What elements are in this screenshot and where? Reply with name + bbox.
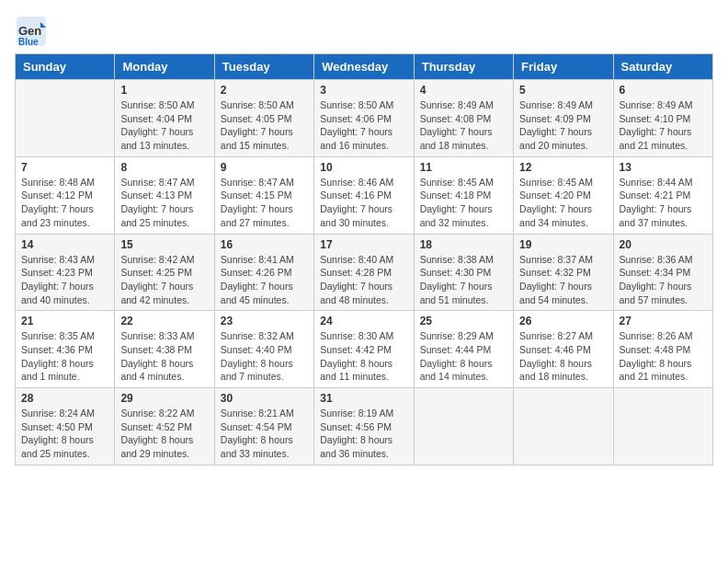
calendar-cell: 24Sunrise: 8:30 AMSunset: 4:42 PMDayligh… (314, 311, 414, 388)
day-number: 16 (221, 238, 308, 251)
day-number: 9 (221, 161, 308, 174)
day-info: Sunrise: 8:38 AMSunset: 4:30 PMDaylight:… (420, 253, 507, 307)
calendar-cell: 19Sunrise: 8:37 AMSunset: 4:32 PMDayligh… (514, 234, 613, 311)
day-number: 20 (620, 238, 707, 251)
calendar-cell: 28Sunrise: 8:24 AMSunset: 4:50 PMDayligh… (16, 388, 115, 465)
calendar-cell: 5Sunrise: 8:49 AMSunset: 4:09 PMDaylight… (514, 80, 613, 157)
day-number: 15 (120, 238, 208, 251)
weekday-header-sunday: Sunday (16, 54, 115, 80)
day-info: Sunrise: 8:41 AMSunset: 4:26 PMDaylight:… (221, 253, 308, 307)
weekday-header-friday: Friday (514, 54, 613, 80)
weekday-header-saturday: Saturday (613, 54, 712, 80)
calendar-cell: 27Sunrise: 8:26 AMSunset: 4:48 PMDayligh… (613, 311, 712, 388)
day-info: Sunrise: 8:50 AMSunset: 4:05 PMDaylight:… (221, 98, 308, 153)
day-number: 1 (120, 84, 208, 97)
day-number: 14 (21, 238, 108, 251)
page-header: Gen Blue (15, 15, 713, 48)
calendar-cell: 4Sunrise: 8:49 AMSunset: 4:08 PMDaylight… (414, 80, 513, 157)
calendar-cell: 17Sunrise: 8:40 AMSunset: 4:28 PMDayligh… (314, 234, 414, 311)
calendar-cell: 9Sunrise: 8:47 AMSunset: 4:15 PMDaylight… (214, 156, 313, 234)
day-info: Sunrise: 8:49 AMSunset: 4:08 PMDaylight:… (420, 98, 507, 153)
day-info: Sunrise: 8:50 AMSunset: 4:04 PMDaylight:… (120, 98, 208, 153)
calendar-cell: 12Sunrise: 8:45 AMSunset: 4:20 PMDayligh… (514, 156, 613, 234)
calendar-table: SundayMondayTuesdayWednesdayThursdayFrid… (15, 53, 713, 465)
calendar-cell: 2Sunrise: 8:50 AMSunset: 4:05 PMDaylight… (214, 80, 313, 157)
day-number: 30 (221, 392, 308, 405)
day-info: Sunrise: 8:33 AMSunset: 4:38 PMDaylight:… (120, 329, 208, 384)
calendar-cell (414, 388, 513, 465)
calendar-cell: 8Sunrise: 8:47 AMSunset: 4:13 PMDaylight… (115, 156, 214, 234)
calendar-cell: 29Sunrise: 8:22 AMSunset: 4:52 PMDayligh… (115, 388, 214, 465)
calendar-cell: 11Sunrise: 8:45 AMSunset: 4:18 PMDayligh… (414, 156, 513, 234)
day-info: Sunrise: 8:47 AMSunset: 4:13 PMDaylight:… (120, 176, 208, 230)
svg-text:Gen: Gen (18, 24, 41, 38)
calendar-cell: 15Sunrise: 8:42 AMSunset: 4:25 PMDayligh… (115, 234, 214, 311)
day-number: 24 (320, 315, 407, 327)
day-info: Sunrise: 8:29 AMSunset: 4:44 PMDaylight:… (420, 329, 507, 384)
calendar-cell: 22Sunrise: 8:33 AMSunset: 4:38 PMDayligh… (115, 311, 214, 388)
logo-icon: Gen Blue (15, 15, 48, 48)
day-info: Sunrise: 8:26 AMSunset: 4:48 PMDaylight:… (620, 329, 707, 384)
day-info: Sunrise: 8:32 AMSunset: 4:40 PMDaylight:… (221, 329, 308, 384)
day-info: Sunrise: 8:19 AMSunset: 4:56 PMDaylight:… (320, 407, 407, 461)
day-number: 23 (221, 315, 308, 327)
calendar-cell: 16Sunrise: 8:41 AMSunset: 4:26 PMDayligh… (214, 234, 313, 311)
day-number: 4 (420, 84, 507, 97)
calendar-cell: 30Sunrise: 8:21 AMSunset: 4:54 PMDayligh… (214, 388, 313, 465)
day-number: 27 (620, 315, 707, 327)
day-info: Sunrise: 8:44 AMSunset: 4:21 PMDaylight:… (620, 176, 707, 230)
day-number: 7 (21, 161, 108, 174)
day-number: 12 (519, 161, 607, 174)
day-info: Sunrise: 8:21 AMSunset: 4:54 PMDaylight:… (221, 407, 308, 461)
day-info: Sunrise: 8:37 AMSunset: 4:32 PMDaylight:… (519, 253, 607, 307)
logo: Gen Blue (15, 15, 51, 48)
calendar-cell: 18Sunrise: 8:38 AMSunset: 4:30 PMDayligh… (414, 234, 513, 311)
day-number: 3 (320, 84, 407, 97)
day-info: Sunrise: 8:48 AMSunset: 4:12 PMDaylight:… (21, 176, 108, 230)
day-info: Sunrise: 8:40 AMSunset: 4:28 PMDaylight:… (320, 253, 407, 307)
calendar-cell: 23Sunrise: 8:32 AMSunset: 4:40 PMDayligh… (214, 311, 313, 388)
calendar-cell: 3Sunrise: 8:50 AMSunset: 4:06 PMDaylight… (314, 80, 414, 157)
calendar-cell (613, 388, 712, 465)
day-number: 10 (320, 161, 407, 174)
calendar-cell: 6Sunrise: 8:49 AMSunset: 4:10 PMDaylight… (613, 80, 712, 157)
day-info: Sunrise: 8:49 AMSunset: 4:10 PMDaylight:… (620, 98, 707, 153)
day-info: Sunrise: 8:47 AMSunset: 4:15 PMDaylight:… (221, 176, 308, 230)
day-number: 26 (519, 315, 607, 327)
day-number: 28 (21, 392, 108, 405)
day-number: 18 (420, 238, 507, 251)
weekday-header-thursday: Thursday (414, 54, 513, 80)
day-number: 8 (120, 161, 208, 174)
calendar-cell: 25Sunrise: 8:29 AMSunset: 4:44 PMDayligh… (414, 311, 513, 388)
calendar-cell: 26Sunrise: 8:27 AMSunset: 4:46 PMDayligh… (514, 311, 613, 388)
day-info: Sunrise: 8:30 AMSunset: 4:42 PMDaylight:… (320, 329, 407, 384)
day-info: Sunrise: 8:43 AMSunset: 4:23 PMDaylight:… (21, 253, 108, 307)
day-info: Sunrise: 8:24 AMSunset: 4:50 PMDaylight:… (21, 407, 108, 461)
calendar-cell: 13Sunrise: 8:44 AMSunset: 4:21 PMDayligh… (613, 156, 712, 234)
calendar-cell: 7Sunrise: 8:48 AMSunset: 4:12 PMDaylight… (16, 156, 115, 234)
day-number: 5 (519, 84, 607, 97)
calendar-cell: 31Sunrise: 8:19 AMSunset: 4:56 PMDayligh… (314, 388, 414, 465)
day-number: 19 (519, 238, 607, 251)
calendar-cell: 21Sunrise: 8:35 AMSunset: 4:36 PMDayligh… (16, 311, 115, 388)
calendar-cell (16, 80, 115, 157)
calendar-cell: 14Sunrise: 8:43 AMSunset: 4:23 PMDayligh… (16, 234, 115, 311)
day-number: 31 (320, 392, 407, 405)
svg-text:Blue: Blue (18, 37, 39, 47)
day-info: Sunrise: 8:45 AMSunset: 4:20 PMDaylight:… (519, 176, 607, 230)
day-info: Sunrise: 8:46 AMSunset: 4:16 PMDaylight:… (320, 176, 407, 230)
day-info: Sunrise: 8:22 AMSunset: 4:52 PMDaylight:… (120, 407, 208, 461)
weekday-header-wednesday: Wednesday (314, 54, 414, 80)
day-info: Sunrise: 8:27 AMSunset: 4:46 PMDaylight:… (519, 329, 607, 384)
day-number: 22 (120, 315, 208, 327)
day-info: Sunrise: 8:50 AMSunset: 4:06 PMDaylight:… (320, 98, 407, 153)
day-info: Sunrise: 8:45 AMSunset: 4:18 PMDaylight:… (420, 176, 507, 230)
day-info: Sunrise: 8:36 AMSunset: 4:34 PMDaylight:… (620, 253, 707, 307)
calendar-cell: 1Sunrise: 8:50 AMSunset: 4:04 PMDaylight… (115, 80, 214, 157)
calendar-cell: 10Sunrise: 8:46 AMSunset: 4:16 PMDayligh… (314, 156, 414, 234)
calendar-cell (514, 388, 613, 465)
day-info: Sunrise: 8:35 AMSunset: 4:36 PMDaylight:… (21, 329, 108, 384)
day-number: 21 (21, 315, 108, 327)
day-info: Sunrise: 8:49 AMSunset: 4:09 PMDaylight:… (519, 98, 607, 153)
day-number: 6 (620, 84, 707, 97)
